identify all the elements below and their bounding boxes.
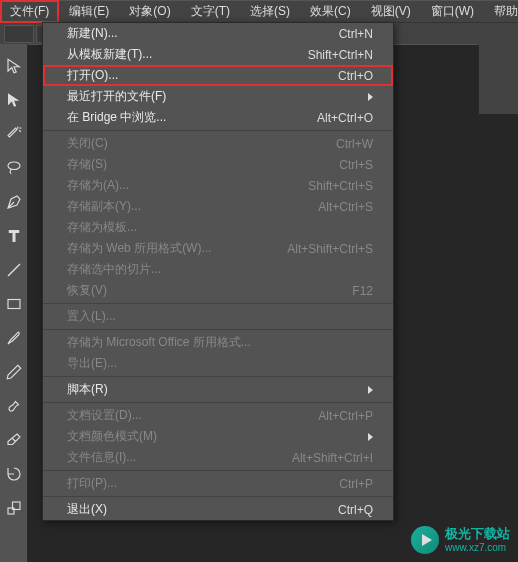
- menubar-item[interactable]: 文件(F): [0, 0, 59, 23]
- magic-wand-tool-icon[interactable]: [2, 122, 26, 146]
- menu-item-shortcut: Alt+Shift+Ctrl+I: [292, 451, 373, 465]
- menubar-item[interactable]: 窗口(W): [421, 0, 484, 23]
- pen-tool-icon[interactable]: [2, 190, 26, 214]
- menu-item: 存储为模板...: [43, 217, 393, 238]
- pencil-tool-icon[interactable]: [2, 360, 26, 384]
- menu-item[interactable]: 在 Bridge 中浏览...Alt+Ctrl+O: [43, 107, 393, 128]
- eraser-tool-icon[interactable]: [2, 428, 26, 452]
- watermark-url: www.xz7.com: [445, 542, 510, 553]
- blob-brush-tool-icon[interactable]: [2, 394, 26, 418]
- tools-panel: [0, 44, 28, 562]
- menu-separator: [43, 496, 393, 497]
- menu-item-label: 存储为 Web 所用格式(W)...: [67, 240, 211, 257]
- svg-rect-3: [8, 508, 14, 514]
- type-tool-icon[interactable]: [2, 224, 26, 248]
- menu-item-shortcut: Ctrl+P: [339, 477, 373, 491]
- svg-rect-2: [8, 300, 20, 309]
- menubar-item[interactable]: 对象(O): [119, 0, 180, 23]
- control-slot[interactable]: [4, 25, 34, 43]
- scale-tool-icon[interactable]: [2, 496, 26, 520]
- menu-item[interactable]: 新建(N)...Ctrl+N: [43, 23, 393, 44]
- menu-item: 打印(P)...Ctrl+P: [43, 473, 393, 494]
- menu-item: 存储为 Microsoft Office 所用格式...: [43, 332, 393, 353]
- svg-line-1: [8, 264, 20, 276]
- line-tool-icon[interactable]: [2, 258, 26, 282]
- menu-item-label: 存储为模板...: [67, 219, 137, 236]
- menubar-item[interactable]: 帮助: [484, 0, 518, 23]
- chevron-right-icon: [368, 386, 373, 394]
- menu-item: 存储(S)Ctrl+S: [43, 154, 393, 175]
- menu-item: 存储选中的切片...: [43, 259, 393, 280]
- menu-item-shortcut: Ctrl+S: [339, 158, 373, 172]
- menu-item-shortcut: Ctrl+N: [339, 27, 373, 41]
- menu-item-label: 存储为 Microsoft Office 所用格式...: [67, 334, 251, 351]
- menu-item-label: 导出(E)...: [67, 355, 117, 372]
- menu-item[interactable]: 退出(X)Ctrl+Q: [43, 499, 393, 520]
- menu-separator: [43, 376, 393, 377]
- menu-item: 文档颜色模式(M): [43, 426, 393, 447]
- menu-separator: [43, 329, 393, 330]
- menubar: 文件(F)编辑(E)对象(O)文字(T)选择(S)效果(C)视图(V)窗口(W)…: [0, 0, 518, 22]
- menu-separator: [43, 470, 393, 471]
- menu-item: 存储为 Web 所用格式(W)...Alt+Shift+Ctrl+S: [43, 238, 393, 259]
- rotate-tool-icon[interactable]: [2, 462, 26, 486]
- menu-separator: [43, 402, 393, 403]
- menu-item[interactable]: 最近打开的文件(F): [43, 86, 393, 107]
- menu-item-label: 置入(L)...: [67, 308, 116, 325]
- file-menu: 新建(N)...Ctrl+N从模板新建(T)...Shift+Ctrl+N打开(…: [42, 22, 394, 521]
- menu-item: 文件信息(I)...Alt+Shift+Ctrl+I: [43, 447, 393, 468]
- menu-item-label: 在 Bridge 中浏览...: [67, 109, 166, 126]
- menu-item: 关闭(C)Ctrl+W: [43, 133, 393, 154]
- menu-item-shortcut: Alt+Shift+Ctrl+S: [287, 242, 373, 256]
- menu-item-label: 文件信息(I)...: [67, 449, 136, 466]
- watermark: 极光下载站 www.xz7.com: [411, 526, 510, 554]
- menu-item-label: 存储选中的切片...: [67, 261, 161, 278]
- right-panel: [478, 44, 518, 114]
- menubar-item[interactable]: 选择(S): [240, 0, 300, 23]
- watermark-logo-icon: [411, 526, 439, 554]
- menu-item-label: 存储为(A)...: [67, 177, 129, 194]
- svg-point-0: [8, 162, 20, 170]
- menu-separator: [43, 303, 393, 304]
- menu-item-shortcut: F12: [352, 284, 373, 298]
- menu-item-label: 新建(N)...: [67, 25, 118, 42]
- menu-item-shortcut: Ctrl+Q: [338, 503, 373, 517]
- menu-item-shortcut: Ctrl+O: [338, 69, 373, 83]
- menu-item: 置入(L)...: [43, 306, 393, 327]
- menubar-item[interactable]: 文字(T): [181, 0, 240, 23]
- menu-item: 恢复(V)F12: [43, 280, 393, 301]
- menubar-item[interactable]: 效果(C): [300, 0, 361, 23]
- menu-item-label: 从模板新建(T)...: [67, 46, 152, 63]
- menu-item: 文档设置(D)...Alt+Ctrl+P: [43, 405, 393, 426]
- paintbrush-tool-icon[interactable]: [2, 326, 26, 350]
- menu-item-label: 最近打开的文件(F): [67, 88, 166, 105]
- menu-item-label: 存储副本(Y)...: [67, 198, 141, 215]
- menu-item-label: 脚本(R): [67, 381, 108, 398]
- chevron-right-icon: [368, 93, 373, 101]
- watermark-title: 极光下载站: [445, 527, 510, 541]
- menu-item: 存储副本(Y)...Alt+Ctrl+S: [43, 196, 393, 217]
- menu-item[interactable]: 打开(O)...Ctrl+O: [43, 65, 393, 86]
- menu-item-shortcut: Ctrl+W: [336, 137, 373, 151]
- menu-item-label: 文档颜色模式(M): [67, 428, 157, 445]
- menu-item-shortcut: Shift+Ctrl+S: [308, 179, 373, 193]
- menu-item-shortcut: Alt+Ctrl+O: [317, 111, 373, 125]
- direct-selection-tool-icon[interactable]: [2, 88, 26, 112]
- menu-item: 导出(E)...: [43, 353, 393, 374]
- menu-item-label: 存储(S): [67, 156, 107, 173]
- menu-item-label: 退出(X): [67, 501, 107, 518]
- menubar-item[interactable]: 视图(V): [361, 0, 421, 23]
- menu-item-label: 恢复(V): [67, 282, 107, 299]
- menu-item-label: 文档设置(D)...: [67, 407, 142, 424]
- menu-item-label: 关闭(C): [67, 135, 108, 152]
- lasso-tool-icon[interactable]: [2, 156, 26, 180]
- menu-item-label: 打开(O)...: [67, 67, 118, 84]
- menu-item[interactable]: 脚本(R): [43, 379, 393, 400]
- menu-item: 存储为(A)...Shift+Ctrl+S: [43, 175, 393, 196]
- menu-item-shortcut: Alt+Ctrl+P: [318, 409, 373, 423]
- menubar-item[interactable]: 编辑(E): [59, 0, 119, 23]
- menu-item[interactable]: 从模板新建(T)...Shift+Ctrl+N: [43, 44, 393, 65]
- selection-tool-icon[interactable]: [2, 54, 26, 78]
- rectangle-tool-icon[interactable]: [2, 292, 26, 316]
- chevron-right-icon: [368, 433, 373, 441]
